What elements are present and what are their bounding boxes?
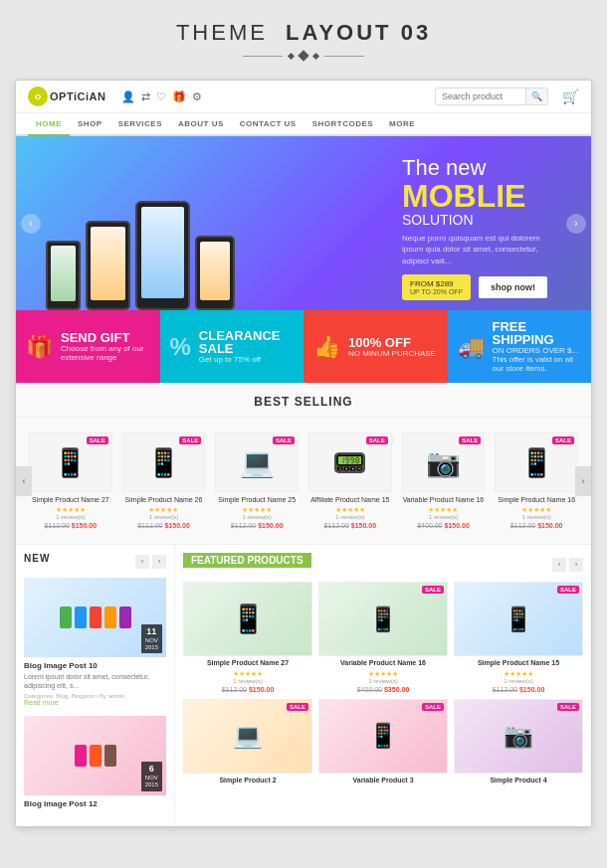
hero-desc: Neque porro quisquam est qui dolorem ips… bbox=[402, 233, 561, 266]
feat-sale-badge-4: SALE bbox=[287, 703, 308, 711]
divider-line-left bbox=[243, 56, 283, 57]
product-img: 📱 SALE bbox=[495, 433, 578, 492]
feat-name-3: Simple Product Name 15 bbox=[454, 659, 583, 667]
nav-item-shop[interactable]: SHOP bbox=[70, 113, 110, 134]
user-icon[interactable]: 👤 bbox=[121, 90, 135, 103]
nav-item-more[interactable]: MORE bbox=[381, 113, 423, 134]
feat-name-5: Variable Product 3 bbox=[318, 777, 448, 784]
feat-price-1: $112.00 $150.00 bbox=[183, 686, 312, 693]
promo-100off[interactable]: 👍 100% OFF NO MINUM PURCHASE bbox=[304, 310, 448, 383]
promo-shipping-sub: ON ORDERS OVER $... This offer is valid … bbox=[493, 346, 582, 373]
products-prev-arrow[interactable]: ‹ bbox=[16, 466, 32, 496]
featured-next-arrow[interactable]: › bbox=[569, 558, 583, 572]
feat-img-5: 📱 SALE bbox=[318, 699, 448, 774]
product-reviews: 1 review(s) bbox=[215, 514, 299, 520]
promo-clearance[interactable]: % CLEARANCE SALE Get up to 75% off bbox=[160, 310, 304, 383]
feat-sale-badge-5: SALE bbox=[422, 703, 444, 711]
compare-icon[interactable]: ⇄ bbox=[141, 90, 150, 103]
divider-line-right bbox=[324, 56, 364, 57]
product-stars: ★★★★★ bbox=[495, 506, 578, 514]
shop-now-button[interactable]: shop now! bbox=[479, 276, 547, 298]
price-new: $150.00 bbox=[258, 522, 283, 529]
feat-thumb-2: 📱 bbox=[368, 606, 398, 633]
from-label: FROM $289 bbox=[410, 279, 463, 288]
price-new: $150.00 bbox=[72, 522, 97, 529]
logo[interactable]: O OPTiCiAN bbox=[28, 87, 105, 106]
nav-item-shortcodes[interactable]: SHORTCODES bbox=[304, 113, 381, 134]
browser-frame: O OPTiCiAN 👤 ⇄ ♡ 🎁 ⚙ 🔍 🛒 HOME SHOP SERVI… bbox=[15, 80, 592, 827]
blog-col: NEW ‹ › bbox=[16, 545, 175, 825]
feat-thumb-5: 📱 bbox=[368, 722, 398, 750]
product-name: Variable Product Name 16 bbox=[402, 496, 486, 504]
phone-small bbox=[46, 241, 81, 310]
featured-product-1: 📱 Simple Product Name 27 ★★★★★ 1 review(… bbox=[183, 582, 312, 692]
promo-gift-sub: Choose from any of our extensive range bbox=[61, 344, 150, 362]
feat-img-4: 💻 SALE bbox=[183, 699, 312, 774]
nav-item-about[interactable]: ABOUT US bbox=[170, 113, 232, 134]
page-title: THEME LAYOUT 03 bbox=[0, 20, 607, 46]
search-area: 🔍 bbox=[435, 87, 548, 105]
feat-stars-1: ★★★★★ bbox=[183, 670, 312, 678]
product-reviews: 1 review(s) bbox=[29, 514, 112, 520]
product-reviews: 1 review(s) bbox=[495, 514, 578, 520]
feat-thumb-4: 💻 bbox=[233, 722, 263, 750]
new-section-label: NEW bbox=[24, 553, 50, 564]
discount-label: UP TO 20% OFF bbox=[410, 288, 463, 295]
search-input[interactable] bbox=[436, 88, 525, 104]
logo-text: OPTiCiAN bbox=[50, 90, 105, 102]
product-reviews: 1 review(s) bbox=[402, 514, 486, 520]
product-img: 💻 SALE bbox=[215, 433, 299, 492]
price-old: $112.00 bbox=[45, 522, 70, 529]
promo-shipping[interactable]: 🚚 FREE SHIPPING ON ORDERS OVER $... This… bbox=[448, 310, 592, 383]
featured-prev-arrow[interactable]: ‹ bbox=[552, 558, 566, 572]
product-thumb-icon: 📷 bbox=[426, 446, 461, 479]
divider-diamond-sm-right bbox=[312, 52, 319, 59]
feat-reviews-1: 1 review(s) bbox=[183, 678, 312, 684]
page-title-area: THEME LAYOUT 03 bbox=[0, 0, 607, 80]
feat-reviews-3: 1 review(s) bbox=[454, 678, 583, 684]
featured-col: FEATURED PRODUCTS ‹ › 📱 Simple Product N… bbox=[175, 545, 591, 825]
hero-next-arrow[interactable]: › bbox=[566, 214, 586, 234]
product-thumb-icon: 📱 bbox=[519, 446, 554, 479]
featured-product-6: 📷 SALE Simple Product 4 bbox=[454, 699, 583, 784]
promo-clearance-title: CLEARANCE SALE bbox=[199, 329, 294, 355]
product-price: $112.00 $150.00 bbox=[122, 522, 206, 529]
products-next-arrow[interactable]: › bbox=[575, 466, 591, 496]
promo-row: 🎁 SEND GIFT Choose from any of our exten… bbox=[16, 310, 591, 383]
product-img: 📟 SALE bbox=[308, 433, 392, 492]
settings-icon[interactable]: ⚙ bbox=[192, 90, 202, 103]
blog-title-1: Blog Image Post 10 bbox=[24, 661, 166, 670]
site-nav: HOME SHOP SERVICES ABOUT US CONTACT US S… bbox=[16, 113, 591, 136]
feat-price-2: $400.00 $350.00 bbox=[318, 686, 448, 693]
svg-text:O: O bbox=[35, 92, 41, 101]
blog-date-2: 6 NOV 2015 bbox=[141, 762, 162, 790]
promo-100off-title: 100% OFF bbox=[348, 336, 436, 349]
product-thumb-icon: 📱 bbox=[53, 446, 88, 479]
blog-readmore-1[interactable]: Read more bbox=[24, 699, 166, 706]
nav-item-services[interactable]: SERVICES bbox=[110, 113, 170, 134]
promo-gift-icon: 🎁 bbox=[26, 334, 53, 360]
price-new: $150.00 bbox=[164, 522, 189, 529]
phone-medium bbox=[86, 221, 130, 310]
new-next-arrow[interactable]: › bbox=[152, 555, 166, 569]
best-selling-header: BEST SELLING bbox=[16, 383, 591, 418]
new-prev-arrow[interactable]: ‹ bbox=[135, 555, 149, 569]
cart-icon[interactable]: 🛒 bbox=[562, 88, 579, 104]
promo-send-gift[interactable]: 🎁 SEND GIFT Choose from any of our exten… bbox=[16, 310, 160, 383]
featured-product-3: 📱 SALE Simple Product Name 15 ★★★★★ 1 re… bbox=[454, 582, 583, 692]
hero-prev-arrow[interactable]: ‹ bbox=[21, 214, 41, 234]
price-old: $112.00 bbox=[324, 522, 349, 529]
gift-icon[interactable]: 🎁 bbox=[172, 90, 186, 103]
nav-item-home[interactable]: HOME bbox=[28, 113, 70, 136]
promo-shipping-title: FREE SHIPPING bbox=[493, 320, 582, 346]
sale-badge: SALE bbox=[459, 436, 481, 444]
product-thumb-icon: 📟 bbox=[332, 446, 367, 479]
nav-item-contact[interactable]: CONTACT US bbox=[232, 113, 304, 134]
heart-icon[interactable]: ♡ bbox=[156, 90, 166, 103]
two-col-section: NEW ‹ › bbox=[16, 544, 591, 825]
promo-thumb-icon: 👍 bbox=[313, 334, 340, 360]
product-price: $112.00 $150.00 bbox=[29, 522, 112, 529]
search-button[interactable]: 🔍 bbox=[525, 88, 547, 104]
feat-price-3: $112.00 $150.00 bbox=[454, 686, 583, 693]
product-card: 📷 SALE Variable Product Name 16 ★★★★★ 1 … bbox=[397, 428, 491, 534]
